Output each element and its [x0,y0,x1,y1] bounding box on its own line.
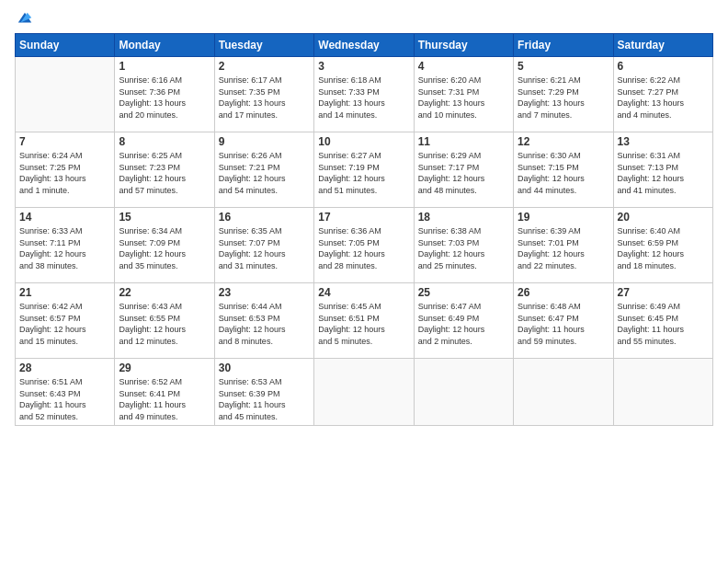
day-number: 7 [19,135,110,148]
table-cell: 1Sunrise: 6:16 AM Sunset: 7:36 PM Daylig… [115,57,214,132]
day-info: Sunrise: 6:31 AM Sunset: 7:13 PM Dayligh… [618,150,709,196]
col-thursday: Thursday [414,34,513,57]
day-number: 20 [618,211,709,224]
table-cell: 2Sunrise: 6:17 AM Sunset: 7:35 PM Daylig… [214,57,313,132]
day-info: Sunrise: 6:38 AM Sunset: 7:03 PM Dayligh… [418,225,509,271]
day-number: 28 [19,362,110,374]
day-info: Sunrise: 6:26 AM Sunset: 7:21 PM Dayligh… [219,150,310,196]
col-monday: Monday [115,34,214,57]
day-number: 15 [119,211,210,224]
logo [15,11,33,26]
table-cell: 23Sunrise: 6:44 AM Sunset: 6:53 PM Dayli… [214,283,313,359]
table-cell: 9Sunrise: 6:26 AM Sunset: 7:21 PM Daylig… [214,132,313,208]
table-cell: 30Sunrise: 6:53 AM Sunset: 6:39 PM Dayli… [214,359,313,426]
day-number: 5 [518,60,609,73]
day-info: Sunrise: 6:16 AM Sunset: 7:36 PM Dayligh… [119,75,210,121]
day-info: Sunrise: 6:36 AM Sunset: 7:05 PM Dayligh… [318,225,409,271]
day-info: Sunrise: 6:51 AM Sunset: 6:43 PM Dayligh… [19,376,110,422]
table-cell [314,359,414,426]
table-cell [414,359,513,426]
day-info: Sunrise: 6:29 AM Sunset: 7:17 PM Dayligh… [418,150,509,196]
calendar-table: Sunday Monday Tuesday Wednesday Thursday… [15,33,713,426]
page: Sunday Monday Tuesday Wednesday Thursday… [0,0,728,563]
table-cell [16,57,115,132]
day-info: Sunrise: 6:49 AM Sunset: 6:45 PM Dayligh… [618,301,709,347]
table-cell: 25Sunrise: 6:47 AM Sunset: 6:49 PM Dayli… [414,283,513,359]
day-info: Sunrise: 6:24 AM Sunset: 7:25 PM Dayligh… [19,150,110,196]
day-number: 23 [219,286,310,299]
day-info: Sunrise: 6:53 AM Sunset: 6:39 PM Dayligh… [219,376,310,422]
header [15,11,713,26]
table-cell: 13Sunrise: 6:31 AM Sunset: 7:13 PM Dayli… [613,132,712,208]
day-info: Sunrise: 6:21 AM Sunset: 7:29 PM Dayligh… [518,75,609,121]
day-number: 4 [418,60,509,73]
table-cell: 10Sunrise: 6:27 AM Sunset: 7:19 PM Dayli… [314,132,414,208]
day-number: 22 [119,286,210,299]
day-info: Sunrise: 6:45 AM Sunset: 6:51 PM Dayligh… [318,301,409,347]
table-cell: 28Sunrise: 6:51 AM Sunset: 6:43 PM Dayli… [16,359,115,426]
table-cell: 18Sunrise: 6:38 AM Sunset: 7:03 PM Dayli… [414,208,513,283]
day-number: 3 [318,60,409,73]
day-number: 12 [518,135,609,148]
day-number: 25 [418,286,509,299]
day-info: Sunrise: 6:52 AM Sunset: 6:41 PM Dayligh… [119,376,210,422]
col-wednesday: Wednesday [314,34,414,57]
table-cell: 21Sunrise: 6:42 AM Sunset: 6:57 PM Dayli… [16,283,115,359]
day-number: 11 [418,135,509,148]
table-cell: 24Sunrise: 6:45 AM Sunset: 6:51 PM Dayli… [314,283,414,359]
table-cell: 22Sunrise: 6:43 AM Sunset: 6:55 PM Dayli… [115,283,214,359]
col-saturday: Saturday [613,34,712,57]
col-sunday: Sunday [16,34,115,57]
day-info: Sunrise: 6:34 AM Sunset: 7:09 PM Dayligh… [119,225,210,271]
table-cell: 16Sunrise: 6:35 AM Sunset: 7:07 PM Dayli… [214,208,313,283]
table-cell: 27Sunrise: 6:49 AM Sunset: 6:45 PM Dayli… [613,283,712,359]
table-cell [613,359,712,426]
table-cell: 15Sunrise: 6:34 AM Sunset: 7:09 PM Dayli… [115,208,214,283]
day-info: Sunrise: 6:47 AM Sunset: 6:49 PM Dayligh… [418,301,509,347]
table-cell: 6Sunrise: 6:22 AM Sunset: 7:27 PM Daylig… [613,57,712,132]
day-number: 21 [19,286,110,299]
table-cell: 29Sunrise: 6:52 AM Sunset: 6:41 PM Dayli… [115,359,214,426]
col-friday: Friday [514,34,613,57]
table-cell: 26Sunrise: 6:48 AM Sunset: 6:47 PM Dayli… [514,283,613,359]
table-cell: 7Sunrise: 6:24 AM Sunset: 7:25 PM Daylig… [16,132,115,208]
day-number: 9 [219,135,310,148]
day-info: Sunrise: 6:44 AM Sunset: 6:53 PM Dayligh… [219,301,310,347]
day-number: 19 [518,211,609,224]
day-number: 1 [119,60,210,73]
day-number: 30 [219,362,310,374]
day-info: Sunrise: 6:17 AM Sunset: 7:35 PM Dayligh… [219,75,310,121]
table-cell: 8Sunrise: 6:25 AM Sunset: 7:23 PM Daylig… [115,132,214,208]
table-cell: 20Sunrise: 6:40 AM Sunset: 6:59 PM Dayli… [613,208,712,283]
day-number: 17 [318,211,409,224]
day-number: 18 [418,211,509,224]
col-tuesday: Tuesday [214,34,313,57]
table-cell: 3Sunrise: 6:18 AM Sunset: 7:33 PM Daylig… [314,57,414,132]
day-number: 24 [318,286,409,299]
day-info: Sunrise: 6:48 AM Sunset: 6:47 PM Dayligh… [518,301,609,347]
day-info: Sunrise: 6:20 AM Sunset: 7:31 PM Dayligh… [418,75,509,121]
calendar-header-row: Sunday Monday Tuesday Wednesday Thursday… [16,34,713,57]
day-info: Sunrise: 6:22 AM Sunset: 7:27 PM Dayligh… [618,75,709,121]
day-number: 16 [219,211,310,224]
day-info: Sunrise: 6:18 AM Sunset: 7:33 PM Dayligh… [318,75,409,121]
day-info: Sunrise: 6:25 AM Sunset: 7:23 PM Dayligh… [119,150,210,196]
table-cell: 19Sunrise: 6:39 AM Sunset: 7:01 PM Dayli… [514,208,613,283]
table-cell [514,359,613,426]
day-info: Sunrise: 6:30 AM Sunset: 7:15 PM Dayligh… [518,150,609,196]
day-number: 13 [618,135,709,148]
table-cell: 4Sunrise: 6:20 AM Sunset: 7:31 PM Daylig… [414,57,513,132]
day-info: Sunrise: 6:43 AM Sunset: 6:55 PM Dayligh… [119,301,210,347]
day-number: 2 [219,60,310,73]
logo-icon [17,11,33,28]
day-number: 6 [618,60,709,73]
day-info: Sunrise: 6:39 AM Sunset: 7:01 PM Dayligh… [518,225,609,271]
day-info: Sunrise: 6:40 AM Sunset: 6:59 PM Dayligh… [618,225,709,271]
table-cell: 12Sunrise: 6:30 AM Sunset: 7:15 PM Dayli… [514,132,613,208]
day-number: 8 [119,135,210,148]
day-number: 26 [518,286,609,299]
table-cell: 11Sunrise: 6:29 AM Sunset: 7:17 PM Dayli… [414,132,513,208]
day-info: Sunrise: 6:35 AM Sunset: 7:07 PM Dayligh… [219,225,310,271]
day-number: 27 [618,286,709,299]
day-number: 10 [318,135,409,148]
